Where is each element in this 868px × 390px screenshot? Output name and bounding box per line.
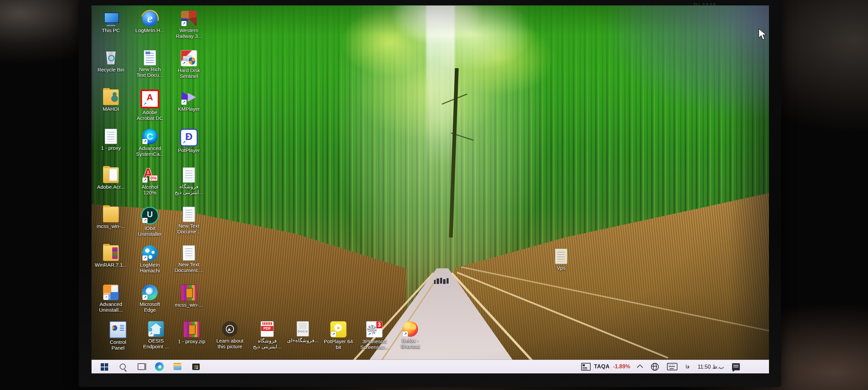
asc-icon xyxy=(142,129,158,144)
desktop-icon[interactable]: فروشگاه ...اینترنتی دیج xyxy=(251,321,283,349)
screen: This PCLogMeIn.H...Western Railway 3...R… xyxy=(92,5,769,373)
desktop-icon[interactable]: PotPlayer 64 bit xyxy=(322,321,355,350)
shortcut-arrow-icon xyxy=(181,61,186,66)
userfolder-icon xyxy=(103,89,119,105)
desktop-icon[interactable]: 1 - proxy.zip xyxy=(175,321,208,344)
desktop-icon[interactable]: Hard Disk Sentinel xyxy=(173,50,205,79)
edge-button[interactable] xyxy=(155,362,164,371)
desktop-icon-label: MAHDI xyxy=(95,106,127,112)
books-icon xyxy=(181,285,197,301)
system-tray: TAQA -1.89% فا 11:50 ب.ظ xyxy=(581,363,769,371)
show-hidden-icons-chevron-icon[interactable] xyxy=(637,364,643,370)
desktop-icon-label: IObit Uninstaller xyxy=(134,225,166,237)
docx-icon xyxy=(297,321,309,336)
desktop-icon-label: Advanced SystemCa... xyxy=(134,145,166,157)
pot-icon xyxy=(180,129,198,146)
desktop-icon-label: Adobe.Acr... xyxy=(95,184,127,190)
desktop-icon[interactable]: ...فروشگاه+ای xyxy=(287,321,319,343)
shortcut-arrow-icon xyxy=(142,139,147,144)
desktop-icon[interactable]: Microsoft Edge xyxy=(134,285,166,313)
docplain-icon xyxy=(105,129,117,144)
desktop-icon[interactable]: Advanced SystemCa... xyxy=(134,129,166,157)
shortcut-arrow-icon xyxy=(142,218,147,223)
shortcut-arrow-icon xyxy=(142,295,147,300)
shortcut-arrow-icon xyxy=(149,331,154,336)
desktop-icon[interactable]: Advanced Uninstall... xyxy=(95,285,127,313)
desktop-icon-label: 1 - proxy.zip xyxy=(175,338,208,344)
firefox-icon xyxy=(402,321,418,337)
desktop-icon-label: PotPlayer xyxy=(173,147,205,153)
explorer-button[interactable] xyxy=(172,362,182,372)
desktop-icon-label: Alcohol 120% xyxy=(134,184,166,196)
pot64-icon xyxy=(330,321,347,337)
news-widget[interactable]: TAQA -1.89% xyxy=(581,363,630,371)
desktop-icon-label: Western Railway 3... xyxy=(173,27,205,39)
desktop-icon-label: This PC xyxy=(95,27,127,33)
desktop-icon[interactable]: 3Planesoft Screensav... xyxy=(358,321,391,350)
ie-icon xyxy=(142,11,158,26)
taskview-button[interactable] xyxy=(136,362,146,372)
stock-change: -1.89% xyxy=(613,364,630,370)
start-button[interactable] xyxy=(99,362,109,372)
desktop-icon-label: Recycle Bin xyxy=(95,67,127,73)
action-center-icon[interactable] xyxy=(732,363,740,370)
taskbar: TAQA -1.89% فا 11:50 ب.ظ xyxy=(92,360,769,373)
desktop-icon[interactable]: Control Panel xyxy=(102,321,134,351)
docplain-icon xyxy=(183,207,195,222)
taskbar-left xyxy=(92,362,201,372)
desktop-icon-label: Vps xyxy=(545,265,577,271)
shortcut-arrow-icon xyxy=(403,331,408,336)
desktop-icon[interactable]: mcss_win-... xyxy=(95,207,127,229)
acrobat-icon xyxy=(140,89,159,108)
docfold-icon xyxy=(103,167,119,183)
desktop-icon[interactable]: PotPlayer xyxy=(173,129,205,153)
desktop-icon-label: Microsoft Edge xyxy=(134,301,166,313)
desktop-icon[interactable]: New Text Document.... xyxy=(173,245,205,273)
desktop-icon[interactable]: 1 - proxy xyxy=(95,129,127,151)
doctrans-icon xyxy=(555,249,567,264)
desktop-icon-label: 1 - proxy xyxy=(95,145,127,151)
network-globe-icon[interactable] xyxy=(651,363,659,371)
winfold-icon xyxy=(103,245,119,261)
desktop-icon[interactable]: Adobe Acrobat DC xyxy=(134,89,166,121)
docplain-icon xyxy=(183,167,195,183)
desktop-icon[interactable]: Western Railway 3... xyxy=(173,11,205,39)
desktop-icon-label: New Text Docume... xyxy=(173,223,205,234)
news-icon xyxy=(581,363,591,371)
desktop-icon[interactable]: Learn about this picture xyxy=(214,321,246,349)
desktop-icon[interactable]: IObit Uninstaller xyxy=(134,207,166,237)
search-button[interactable] xyxy=(118,362,128,372)
desktop-icon[interactable]: mcss_win-... xyxy=(173,285,205,308)
shortcut-arrow-icon xyxy=(103,295,108,300)
store-button[interactable] xyxy=(191,362,201,372)
desktop-icon[interactable]: LogMeIn Hamachi xyxy=(134,245,166,273)
cpanel-icon xyxy=(110,321,126,338)
desktop-icon[interactable]: Adobe.Acr... xyxy=(95,167,127,190)
km-icon xyxy=(181,89,197,105)
desktop-icon-label: Advanced Uninstall... xyxy=(95,301,127,313)
language-indicator[interactable]: فا xyxy=(686,364,690,370)
docblue-icon xyxy=(144,50,156,65)
desktop-icon[interactable]: Recycle Bin xyxy=(95,50,127,73)
desktop-icon[interactable]: WinRAR.7.1... xyxy=(95,245,127,268)
desktop-icon-label: Learn about this picture xyxy=(214,338,246,349)
mouse-cursor xyxy=(758,28,767,41)
desktop-icon[interactable]: فروشگاه ...اینترنتی دیج xyxy=(173,167,205,195)
desktop-icon[interactable]: LogMeIn.H... xyxy=(134,11,166,33)
desktop-icon[interactable]: MAHDI xyxy=(95,89,127,112)
clock[interactable]: 11:50 ب.ظ xyxy=(697,364,724,370)
desktop-icon[interactable]: KMPlayer xyxy=(173,89,205,112)
desktop-icon[interactable]: OESIS Endpoint ... xyxy=(140,321,172,349)
alcohol-icon xyxy=(142,167,158,183)
desktop-icon[interactable]: New Rich Text Docu... xyxy=(134,50,166,78)
touch-keyboard-icon[interactable] xyxy=(667,363,677,370)
desktop-icon-label: Control Panel xyxy=(102,339,134,351)
desktop-icon[interactable]: Vps xyxy=(545,249,577,271)
desktop-icon[interactable]: New Text Docume... xyxy=(173,207,205,234)
desktop-icon-label: firefox - Shortcut xyxy=(394,338,427,349)
desktop-icon[interactable]: firefox - Shortcut xyxy=(394,321,427,349)
iobit-icon xyxy=(141,207,159,224)
desktop-icon[interactable]: This PC xyxy=(95,11,127,33)
desktop-icon[interactable]: Alcohol 120% xyxy=(134,167,166,196)
desktop-icon-label: LogMeIn.H... xyxy=(134,27,166,33)
